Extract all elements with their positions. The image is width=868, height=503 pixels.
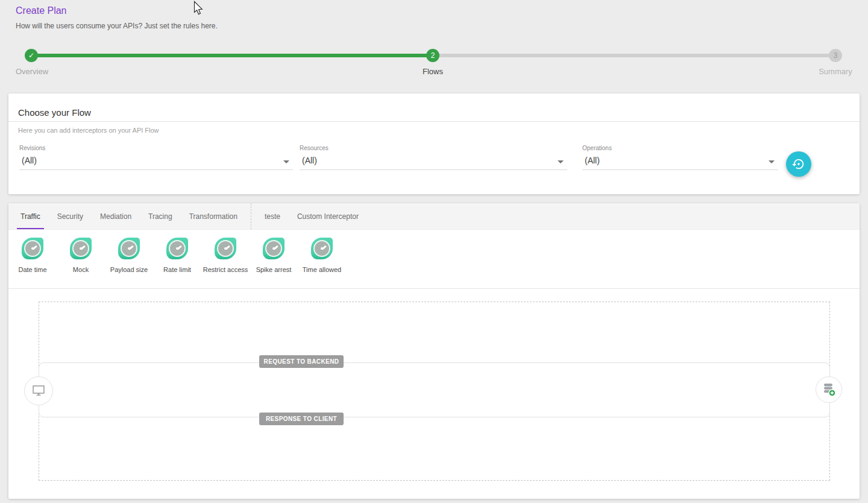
- backend-endpoint-add[interactable]: [816, 376, 842, 403]
- select-value: (All): [582, 156, 778, 165]
- gauge-icon: [263, 238, 285, 259]
- select-label: Revisions: [19, 145, 293, 151]
- step-number: 3: [834, 51, 838, 60]
- request-to-backend-badge: REQUEST TO BACKEND: [259, 355, 344, 368]
- select-value: (All): [19, 156, 293, 165]
- select-underline: [300, 169, 567, 170]
- operations-select[interactable]: Operations (All): [582, 145, 778, 172]
- stepper-line-completed: [31, 54, 433, 57]
- interceptor-time-allowed[interactable]: Time allowed: [298, 238, 346, 288]
- gauge-icon: [166, 238, 188, 259]
- step-summary-dot[interactable]: 3: [829, 49, 842, 62]
- step-overview-dot[interactable]: ✓: [25, 49, 38, 62]
- tab-tracing[interactable]: Tracing: [140, 203, 181, 229]
- choose-flow-card: Choose your Flow Here you can add interc…: [8, 93, 860, 194]
- chevron-down-icon: [769, 160, 775, 163]
- page-title: Create Plan: [16, 5, 67, 16]
- mouse-cursor-icon: [193, 1, 204, 17]
- page-subtitle: How will the users consume your APIs? Ju…: [16, 22, 218, 30]
- step-flows-dot[interactable]: 2: [426, 49, 439, 62]
- interceptor-mock[interactable]: Mock: [57, 238, 105, 288]
- select-value: (All): [300, 156, 567, 165]
- step-label-flows: Flows: [423, 67, 443, 76]
- tab-traffic[interactable]: Traffic: [12, 203, 49, 229]
- resources-select[interactable]: Resources (All): [300, 145, 567, 172]
- select-label: Resources: [300, 145, 567, 151]
- tab-teste[interactable]: teste: [256, 203, 289, 229]
- divider: [8, 121, 860, 122]
- interceptor-tabs: Traffic Security Mediation Tracing Trans…: [8, 203, 860, 230]
- create-plan-screen: Create Plan How will the users consume y…: [0, 0, 868, 503]
- gauge-icon: [311, 238, 333, 259]
- revisions-select[interactable]: Revisions (All): [19, 145, 293, 172]
- client-endpoint: [24, 376, 53, 405]
- select-label: Operations: [582, 145, 778, 151]
- gauge-icon: [215, 238, 236, 259]
- flow-editor-card: Traffic Security Mediation Tracing Trans…: [8, 203, 860, 499]
- tab-security[interactable]: Security: [49, 203, 92, 229]
- step-number: 2: [431, 51, 435, 60]
- step-label-overview: Overview: [16, 67, 48, 76]
- chevron-down-icon: [283, 160, 289, 163]
- chevron-down-icon: [558, 160, 564, 163]
- flow-pipe: [39, 362, 830, 417]
- stepper-line-pending: [433, 54, 835, 57]
- gauge-icon: [22, 238, 43, 259]
- interceptor-palette: Date time Mock Payload size Rate limit R…: [8, 230, 860, 288]
- response-to-client-badge: RESPONSE TO CLIENT: [259, 413, 344, 425]
- gauge-icon: [118, 238, 140, 259]
- flow-canvas: REQUEST TO BACKEND RESPONSE TO CLIENT: [8, 288, 860, 499]
- interceptor-payload-size[interactable]: Payload size: [105, 238, 153, 288]
- select-underline: [582, 169, 778, 170]
- tab-group-divider: [251, 203, 251, 229]
- card-title: Choose your Flow: [18, 107, 91, 118]
- interceptor-restrict-access[interactable]: Restrict access: [201, 238, 250, 288]
- tab-custom-interceptor[interactable]: Custom Interceptor: [289, 203, 367, 229]
- gauge-icon: [70, 238, 92, 259]
- database-add-icon: [820, 381, 838, 399]
- tab-mediation[interactable]: Mediation: [92, 203, 140, 229]
- interceptor-date-time[interactable]: Date time: [8, 238, 57, 288]
- settings-backup-restore-icon: [792, 157, 805, 171]
- interceptor-rate-limit[interactable]: Rate limit: [153, 238, 201, 288]
- step-label-summary: Summary: [819, 67, 852, 76]
- reload-flows-button[interactable]: [786, 151, 811, 177]
- check-icon: ✓: [28, 51, 34, 60]
- card-subtitle: Here you can add interceptors on your AP…: [18, 127, 159, 134]
- monitor-icon: [31, 383, 46, 399]
- select-underline: [19, 169, 293, 170]
- interceptor-spike-arrest[interactable]: Spike arrest: [250, 238, 298, 288]
- tab-transformation[interactable]: Transformation: [181, 203, 246, 229]
